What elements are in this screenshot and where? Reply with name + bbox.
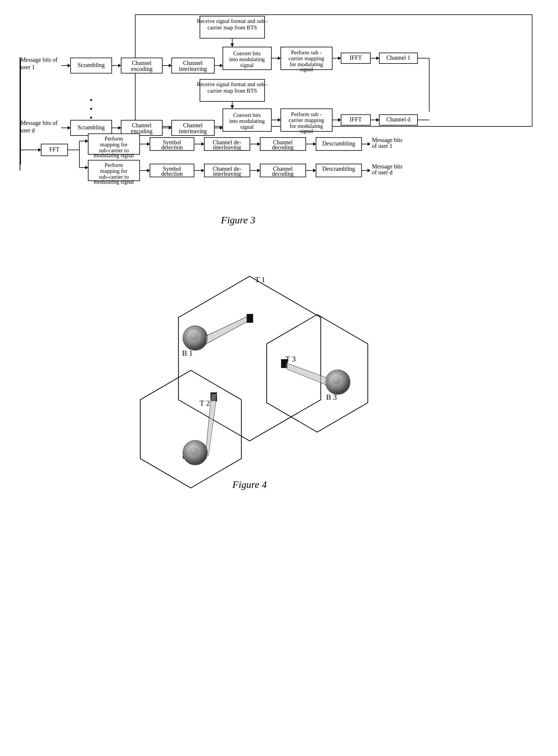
svg-text:Channel 1: Channel 1 xyxy=(386,54,410,61)
svg-text:Convert bits: Convert bits xyxy=(233,50,260,56)
svg-text:encoding: encoding xyxy=(131,66,152,72)
svg-text:into modulating: into modulating xyxy=(229,56,265,62)
svg-marker-13 xyxy=(118,64,121,67)
svg-text:signal: signal xyxy=(300,66,313,72)
svg-text:carrier mapping: carrier mapping xyxy=(289,117,324,123)
svg-text:signal: signal xyxy=(240,62,253,68)
svg-text:Figure 4: Figure 4 xyxy=(232,479,267,490)
svg-point-178 xyxy=(189,333,198,341)
svg-text:carrier map from BTS: carrier map from BTS xyxy=(207,87,257,94)
svg-marker-122 xyxy=(313,142,316,146)
svg-text:into modulating: into modulating xyxy=(229,118,265,124)
svg-marker-117 xyxy=(257,142,260,146)
svg-text:•: • xyxy=(90,104,93,113)
svg-marker-23 xyxy=(220,64,223,67)
svg-line-183 xyxy=(206,322,247,344)
svg-text:modulating signal: modulating signal xyxy=(94,179,134,185)
svg-text:T 1: T 1 xyxy=(255,276,265,284)
svg-text:decoding: decoding xyxy=(272,171,294,177)
svg-text:Channel: Channel xyxy=(183,60,203,66)
svg-text:decoding: decoding xyxy=(272,144,294,151)
svg-marker-107 xyxy=(147,142,150,146)
svg-point-185 xyxy=(189,447,198,455)
svg-text:user 1: user 1 xyxy=(21,64,35,70)
svg-text:Scrambling: Scrambling xyxy=(78,62,105,69)
svg-text:B 1: B 1 xyxy=(182,349,193,358)
svg-rect-174 xyxy=(247,314,253,323)
svg-marker-52 xyxy=(230,105,234,109)
svg-marker-76 xyxy=(278,118,281,122)
svg-text:Channel: Channel xyxy=(132,60,152,66)
svg-marker-100 xyxy=(85,139,88,143)
svg-marker-156 xyxy=(367,169,371,172)
svg-text:detection: detection xyxy=(161,171,183,177)
svg-marker-83 xyxy=(338,118,341,122)
svg-text:•: • xyxy=(90,96,93,105)
figure4-svg: T 1 T 2 T 3 B 1 B 2 B 3 xyxy=(103,247,455,497)
svg-text:carrier map from BTS: carrier map from BTS xyxy=(207,24,257,31)
svg-text:Perform sub -: Perform sub - xyxy=(291,49,322,56)
svg-marker-36 xyxy=(338,56,341,60)
svg-marker-5 xyxy=(230,44,234,47)
svg-marker-142 xyxy=(201,169,204,172)
svg-text:FFT: FFT xyxy=(49,146,59,153)
svg-marker-9 xyxy=(68,64,71,67)
svg-marker-130 xyxy=(85,166,88,169)
svg-text:modulating signal: modulating signal xyxy=(94,152,134,158)
svg-text:signal: signal xyxy=(240,124,253,130)
svg-marker-152 xyxy=(313,169,316,172)
svg-text:Perform: Perform xyxy=(105,162,123,168)
figure3-svg: Receive signal format and sub - carrier … xyxy=(18,12,541,235)
svg-text:Receive signal format and sub : Receive signal format and sub - xyxy=(197,81,268,87)
svg-text:mapping for: mapping for xyxy=(100,168,128,174)
svg-marker-87 xyxy=(376,118,379,122)
svg-text:interleaving: interleaving xyxy=(213,144,241,151)
svg-text:interleaving: interleaving xyxy=(179,128,207,135)
svg-text:interleaving: interleaving xyxy=(179,66,207,72)
svg-text:Channel: Channel xyxy=(132,122,152,128)
figure4-container: T 1 T 2 T 3 B 1 B 2 B 3 xyxy=(18,247,540,497)
svg-point-190 xyxy=(332,376,340,385)
svg-marker-165 xyxy=(178,276,321,441)
svg-text:T 2: T 2 xyxy=(200,399,210,408)
svg-line-182 xyxy=(206,317,247,336)
svg-text:carrier mapping: carrier mapping xyxy=(289,55,324,61)
svg-text:Perform: Perform xyxy=(105,135,123,142)
svg-marker-40 xyxy=(376,56,379,60)
svg-text:Message bits of: Message bits of xyxy=(21,120,58,126)
svg-marker-126 xyxy=(367,142,371,146)
svg-marker-163 xyxy=(38,148,41,152)
svg-text:Descrambling: Descrambling xyxy=(322,140,355,147)
svg-marker-29 xyxy=(278,56,281,60)
svg-marker-18 xyxy=(169,64,172,67)
svg-marker-60 xyxy=(118,126,121,130)
svg-marker-112 xyxy=(201,142,204,146)
svg-text:signal: signal xyxy=(300,128,313,134)
svg-marker-181 xyxy=(206,317,247,344)
svg-text:Convert bits: Convert bits xyxy=(233,112,260,118)
svg-text:of user 1: of user 1 xyxy=(372,142,392,149)
svg-marker-167 xyxy=(267,314,368,432)
svg-text:Figure 3: Figure 3 xyxy=(221,214,255,226)
figure3-container: Receive signal format and sub - carrier … xyxy=(18,12,540,235)
svg-text:of user d: of user d xyxy=(372,169,392,176)
svg-text:Channel d: Channel d xyxy=(386,116,410,123)
svg-text:Channel: Channel xyxy=(183,122,203,128)
svg-text:mapping for: mapping for xyxy=(100,141,128,148)
svg-text:user d: user d xyxy=(21,127,35,133)
svg-text:Message bits of: Message bits of xyxy=(21,56,58,63)
svg-text:IFFT: IFFT xyxy=(350,54,362,61)
svg-text:Perform sub -: Perform sub - xyxy=(291,111,322,117)
svg-text:interleaving: interleaving xyxy=(213,171,241,177)
svg-marker-137 xyxy=(147,169,150,172)
svg-text:detection: detection xyxy=(161,144,183,151)
svg-marker-147 xyxy=(257,169,260,172)
svg-text:Scrambling: Scrambling xyxy=(78,124,105,131)
svg-marker-56 xyxy=(68,126,71,130)
svg-text:IFFT: IFFT xyxy=(350,116,362,123)
svg-text:Descrambling: Descrambling xyxy=(322,165,355,172)
svg-marker-166 xyxy=(140,370,242,488)
svg-text:Receive signal format and sub : Receive signal format and sub - xyxy=(197,18,268,24)
